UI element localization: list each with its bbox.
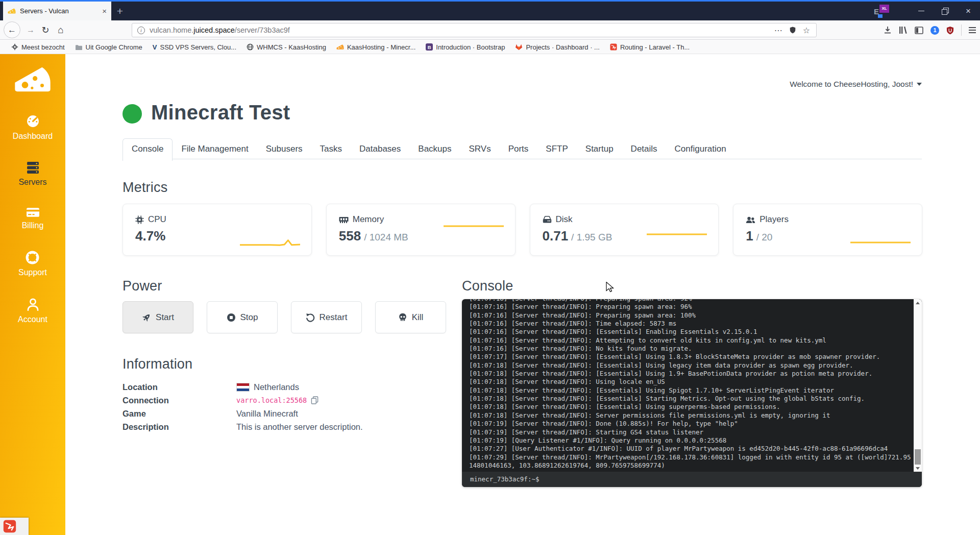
tab-ports[interactable]: Ports xyxy=(500,139,537,159)
tab-tasks[interactable]: Tasks xyxy=(311,139,351,159)
restart-icon xyxy=(306,313,315,322)
bookmark-laravel-routing[interactable]: Routing - Laravel - Th... xyxy=(606,42,694,53)
tab-console[interactable]: Console xyxy=(122,138,173,161)
minimize-button[interactable] xyxy=(910,2,933,20)
metrics-heading: Metrics xyxy=(122,180,167,196)
console-log-lines: [01:07:16] [Server thread/INFO]: Prepari… xyxy=(469,299,914,470)
sidebar-item-support[interactable]: Support xyxy=(18,251,47,277)
tab-close-icon[interactable]: × xyxy=(102,7,107,15)
metric-card-memory: Memory 558/ 1024 MB xyxy=(326,204,516,256)
scrollbar-up-icon[interactable] xyxy=(914,299,922,306)
server-tabnav: Console File Management Subusers Tasks D… xyxy=(122,138,922,159)
power-buttons: Start Stop Restart Kill xyxy=(122,301,446,333)
window-controls: × xyxy=(910,2,980,20)
reload-button[interactable]: ↻ xyxy=(39,20,52,40)
forward-button[interactable]: → xyxy=(24,20,37,40)
players-sparkline xyxy=(850,237,911,248)
cpu-icon xyxy=(135,215,144,224)
cheesehosting-logo-icon xyxy=(14,65,52,94)
vultr-icon: V xyxy=(153,43,157,51)
back-button[interactable]: ← xyxy=(4,21,20,38)
browser-navbar: ← → ↻ ⌂ i vulcan.home.juiced.space/serve… xyxy=(0,20,980,40)
console-command-input[interactable]: minecr_73b3ac9f:~$ xyxy=(462,472,922,487)
tab-details[interactable]: Details xyxy=(622,139,666,159)
site-info-icon[interactable]: i xyxy=(137,27,145,34)
sidebar-item-servers[interactable]: Servers xyxy=(18,161,46,187)
bookmark-ssd-vps-servers[interactable]: V SSD VPS Servers, Clou... xyxy=(149,42,240,53)
toolbar-right: 1 xyxy=(884,20,976,40)
sidebar-item-account[interactable]: Account xyxy=(18,298,47,324)
servers-icon xyxy=(26,161,40,174)
page-actions-icon[interactable]: ⋯ xyxy=(774,26,782,35)
scrollbar-thumb[interactable] xyxy=(915,449,921,465)
onepassword-icon[interactable]: 1 xyxy=(930,26,939,35)
browser-extension-icon[interactable]: E XL xyxy=(874,5,889,18)
close-button[interactable]: × xyxy=(957,2,980,20)
scrollbar-down-icon[interactable] xyxy=(914,465,922,472)
memory-value: 558 xyxy=(339,228,361,244)
gear-icon xyxy=(11,43,18,51)
home-button[interactable]: ⌂ xyxy=(54,20,67,40)
tab-backups[interactable]: Backups xyxy=(409,139,460,159)
restore-button[interactable] xyxy=(933,2,957,20)
bookmark-star-icon[interactable]: ☆ xyxy=(803,26,810,35)
kill-button[interactable]: Kill xyxy=(375,301,446,333)
dashboard-icon xyxy=(26,114,40,128)
description-value: This is another server description. xyxy=(236,422,363,432)
url-prefix: vulcan.home. xyxy=(150,26,193,34)
console-scrollbar[interactable] xyxy=(914,299,922,472)
tab-databases[interactable]: Databases xyxy=(351,139,409,159)
downloads-icon[interactable] xyxy=(884,26,892,34)
page-title: Minecraft Test xyxy=(151,101,290,124)
tracking-protection-shield-icon[interactable] xyxy=(789,26,796,34)
browser-titlebar: Servers - Vulcan × + E XL × xyxy=(0,2,980,20)
bookmark-uit-google-chrome[interactable]: Uit Google Chrome xyxy=(71,42,146,53)
tab-subusers[interactable]: Subusers xyxy=(257,139,311,159)
tab-srvs[interactable]: SRVs xyxy=(460,139,500,159)
chevron-down-icon xyxy=(917,83,922,86)
welcome-dropdown[interactable]: Welcome to CheeseHosting, Joost! xyxy=(790,80,922,89)
bootstrap-icon: B xyxy=(426,43,433,51)
new-tab-button[interactable]: + xyxy=(111,2,129,20)
game-value: Vanilla Minecraft xyxy=(236,409,298,419)
corner-laravel-popup xyxy=(0,518,29,535)
ublock-icon[interactable] xyxy=(946,26,954,35)
stop-icon xyxy=(227,313,236,322)
tab-configuration[interactable]: Configuration xyxy=(666,139,735,159)
copy-icon[interactable] xyxy=(311,396,318,404)
billing-icon xyxy=(26,207,40,217)
players-total: / 20 xyxy=(756,232,773,243)
start-button[interactable]: Start xyxy=(122,301,193,333)
disk-sparkline xyxy=(647,229,707,240)
console-terminal: [01:07:16] [Server thread/INFO]: Prepari… xyxy=(462,299,922,487)
sidebar-item-dashboard[interactable]: Dashboard xyxy=(13,114,53,141)
browser-tab-title: Servers - Vulcan xyxy=(20,7,98,15)
bookmark-bootstrap[interactable]: B Introduction · Bootstrap xyxy=(422,42,509,53)
tab-startup[interactable]: Startup xyxy=(577,139,622,159)
information-heading: Information xyxy=(122,356,192,372)
browser-tab[interactable]: Servers - Vulcan × xyxy=(3,2,111,20)
bookmark-gitlab-projects[interactable]: Projects · Dashboard · ... xyxy=(511,42,604,53)
bookmark-kaashosting-minecraft[interactable]: KaasHosting - Minecr... xyxy=(332,42,420,53)
sidebar-item-billing[interactable]: Billing xyxy=(22,207,44,230)
tab-file-management[interactable]: File Management xyxy=(173,139,257,159)
cheese-icon xyxy=(336,44,344,50)
restart-button[interactable]: Restart xyxy=(291,301,362,333)
bookmark-meest-bezocht[interactable]: Meest bezocht xyxy=(7,42,69,53)
memory-sparkline xyxy=(444,221,504,232)
url-domain: juiced.space xyxy=(193,26,235,34)
console-log[interactable]: [01:07:16] [Server thread/INFO]: Prepari… xyxy=(462,299,914,472)
menu-icon[interactable] xyxy=(969,27,976,33)
bookmark-whmcs-kaashosting[interactable]: WHMCS - KaasHosting xyxy=(242,42,330,53)
disk-total: / 1.95 GB xyxy=(571,232,612,243)
laravel-corner-icon xyxy=(3,520,16,533)
info-row-description: Description This is another server descr… xyxy=(122,420,363,433)
folder-icon xyxy=(75,44,83,51)
sidebar-toggle-icon[interactable] xyxy=(915,27,923,34)
library-icon[interactable] xyxy=(899,26,908,34)
stop-button[interactable]: Stop xyxy=(207,301,278,333)
metric-card-players: Players 1/ 20 xyxy=(733,204,922,256)
url-bar[interactable]: i vulcan.home.juiced.space/server/73b3ac… xyxy=(132,23,817,37)
tab-sftp[interactable]: SFTP xyxy=(537,139,576,159)
toolbar-separator xyxy=(961,25,962,36)
